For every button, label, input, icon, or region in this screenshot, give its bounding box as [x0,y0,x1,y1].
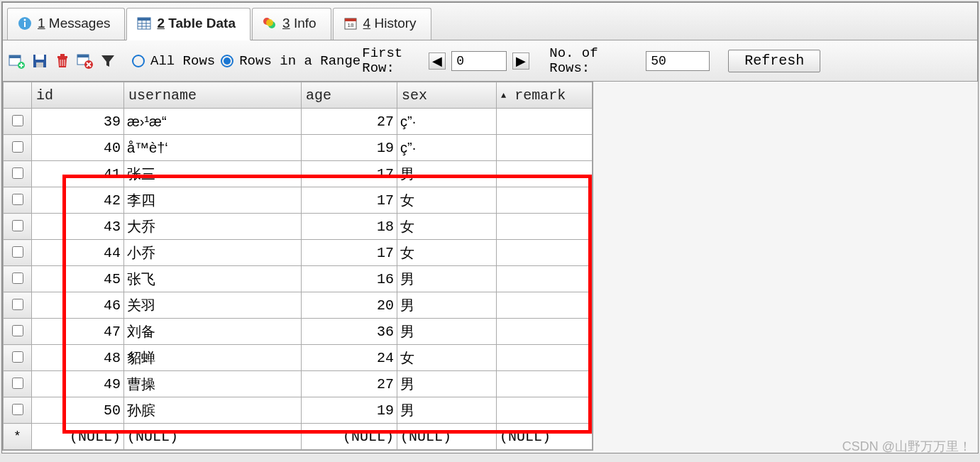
col-remark[interactable]: ▲ remark [497,82,593,109]
cell-remark[interactable] [497,109,593,135]
cell-remark[interactable] [497,397,593,424]
cell-username[interactable]: 李四 [124,187,302,214]
filter-icon[interactable] [99,53,116,70]
cell-remark[interactable] [497,345,593,371]
cell-sex[interactable]: 女 [397,240,497,266]
table-row[interactable]: 42李四17女 [4,187,593,214]
new-row[interactable]: * (NULL) (NULL) (NULL) (NULL) (NULL) [4,424,593,450]
table-row[interactable]: 40å­™è†‘19ç”· [4,135,593,161]
all-rows-radio[interactable] [132,55,145,67]
cell-age[interactable]: 19 [302,397,397,424]
table-row[interactable]: 48貂蝉24女 [4,345,593,371]
cell-id[interactable]: 42 [32,187,124,214]
cell-remark[interactable] [497,161,593,187]
cell-remark[interactable] [497,214,593,240]
prev-page-button[interactable]: ◀ [429,53,446,70]
cell-username[interactable]: 小乔 [124,240,302,266]
cell-age[interactable]: 17 [302,161,397,187]
cell-sex[interactable]: ç”· [397,109,497,135]
row-checkbox[interactable] [12,325,23,336]
cell-sex[interactable]: 男 [397,266,497,292]
cell-id[interactable]: 41 [32,161,124,187]
row-checkbox-cell[interactable] [4,292,32,319]
cell-remark[interactable] [497,319,593,345]
row-checkbox-cell[interactable] [4,345,32,371]
cell-age[interactable]: 27 [302,371,397,397]
table-row[interactable]: 45张飞16男 [4,266,593,292]
cell-age[interactable]: 18 [302,214,397,240]
cell-username[interactable]: 貂蝉 [124,345,302,371]
row-checkbox[interactable] [12,167,23,179]
cell-username[interactable]: 张三 [124,161,302,187]
row-checkbox-cell[interactable] [4,266,32,292]
row-checkbox[interactable] [12,378,23,389]
table-row[interactable]: 43大乔18女 [4,214,593,240]
cell-id[interactable]: 47 [32,319,124,345]
cell-id[interactable]: 40 [32,135,124,161]
cell-age[interactable]: 24 [302,345,397,371]
cell-id[interactable]: 44 [32,240,124,266]
cell-id[interactable]: 50 [32,397,124,424]
cell-age[interactable]: 17 [302,187,397,214]
cell-sex[interactable]: 男 [397,161,497,187]
tab-history[interactable]: 18 4 History [333,8,431,40]
cell-remark[interactable] [497,240,593,266]
tab-messages[interactable]: 1 Messages [7,8,125,40]
row-checkbox-cell[interactable] [4,135,32,161]
cell-username[interactable]: å­™è†‘ [124,135,302,161]
table-row[interactable]: 49曹操27男 [4,371,593,397]
cell-username[interactable]: 刘备 [124,319,302,345]
next-page-button[interactable]: ▶ [512,53,529,70]
cell-age[interactable]: 17 [302,240,397,266]
tab-table-data[interactable]: 2 Table Data [126,8,250,40]
cell-id[interactable]: 45 [32,266,124,292]
cell-age[interactable]: 16 [302,266,397,292]
cell-id[interactable]: 49 [32,371,124,397]
cell-sex[interactable]: 男 [397,371,497,397]
row-checkbox-cell[interactable] [4,109,32,135]
cell-sex[interactable]: 女 [397,187,497,214]
cell-sex[interactable]: 女 [397,345,497,371]
cell-id[interactable]: 43 [32,214,124,240]
table-row[interactable]: 41张三17男 [4,161,593,187]
cell-id[interactable]: 39 [32,109,124,135]
cell-sex[interactable]: 男 [397,397,497,424]
row-checkbox-cell[interactable] [4,161,32,187]
row-checkbox-cell[interactable] [4,240,32,266]
col-id[interactable]: id [32,82,124,109]
cell-sex[interactable]: 男 [397,292,497,319]
cell-sex[interactable]: 男 [397,319,497,345]
table-cancel-icon[interactable] [77,53,94,70]
row-checkbox[interactable] [12,273,23,284]
col-age[interactable]: age [302,82,397,109]
row-checkbox-cell[interactable] [4,187,32,214]
tab-info[interactable]: 3 Info [252,8,331,40]
cell-age[interactable]: 20 [302,292,397,319]
table-row[interactable]: 47刘备36男 [4,319,593,345]
row-checkbox[interactable] [12,246,23,258]
cell-age[interactable]: 19 [302,135,397,161]
cell-remark[interactable] [497,292,593,319]
refresh-button[interactable]: Refresh [728,50,820,72]
num-rows-input[interactable] [646,51,710,71]
cell-sex[interactable]: ç”· [397,135,497,161]
row-checkbox-cell[interactable] [4,214,32,240]
cell-username[interactable]: 关羽 [124,292,302,319]
row-checkbox-cell[interactable] [4,319,32,345]
cell-id[interactable]: 46 [32,292,124,319]
row-checkbox[interactable] [12,115,23,126]
first-row-input[interactable] [451,51,507,71]
row-selector-header[interactable] [4,82,32,109]
cell-age[interactable]: 36 [302,319,397,345]
table-row[interactable]: 50孙膑19男 [4,397,593,424]
cell-username[interactable]: æ›¹æ“ [124,109,302,135]
row-checkbox[interactable] [12,194,23,205]
row-checkbox-cell[interactable] [4,371,32,397]
cell-username[interactable]: 孙膑 [124,397,302,424]
row-checkbox[interactable] [12,299,23,310]
table-row[interactable]: 46关羽20男 [4,292,593,319]
col-username[interactable]: username [124,82,302,109]
cell-username[interactable]: 曹操 [124,371,302,397]
table-row[interactable]: 39æ›¹æ“27ç”· [4,109,593,135]
save-icon[interactable] [31,53,48,70]
